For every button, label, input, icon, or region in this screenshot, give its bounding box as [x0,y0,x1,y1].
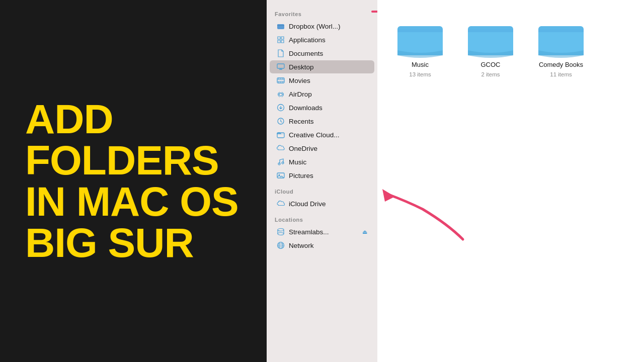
sidebar-item-dropbox[interactable]: Dropbox (Worl...) [270,20,374,33]
sidebar-item-onedrive[interactable]: OneDrive [270,142,374,155]
sidebar-item-airdrop[interactable]: AirDrop [270,87,374,101]
folder-svg-comedy-books [538,20,584,58]
favorites-label: Favorites [267,5,377,19]
folder-name-comedy-books: Comedy Books [539,61,583,68]
pictures-icon [277,171,285,179]
folder-count-gcoc: 2 items [481,71,500,77]
finder-sidebar: Favorites Dropbox (Worl...) Applications [267,0,377,362]
sidebar-item-movies[interactable]: Movies [270,74,374,87]
sidebar-item-label: Streamlabs... [289,228,329,236]
folder-item-music[interactable]: Music 13 items [397,20,443,77]
svg-rect-21 [468,29,513,32]
folder-name-gcoc: GCOC [481,61,501,68]
downloads-icon [277,104,285,112]
sidebar-item-label: Recents [289,118,314,125]
sidebar-item-applications[interactable]: Applications [270,33,374,46]
sidebar-item-network[interactable]: Network [270,239,374,252]
sidebar-item-label: Creative Cloud... [289,131,340,139]
sidebar-item-label: Music [289,158,306,166]
airdrop-icon [277,90,285,98]
locations-label: Locations [267,211,377,225]
movies-icon [277,76,285,84]
sidebar-item-label: iCloud Drive [289,200,326,208]
sidebar-item-label: Desktop [289,63,314,71]
svg-point-12 [278,229,284,231]
sidebar-item-label: Applications [289,36,326,44]
sidebar-item-creative-cloud[interactable]: Creative Cloud... [270,128,374,141]
finder-window: Favorites Dropbox (Worl...) Applications [267,0,644,362]
sidebar-item-downloads[interactable]: Downloads [270,101,374,114]
sidebar-item-recents[interactable]: Recents [270,115,374,128]
eject-icon: ⏏ [362,229,367,235]
left-panel: ADDFOLDERSIN MAC OSBIG SUR [0,0,267,362]
sidebar-item-label: Documents [289,50,323,57]
music-icon [277,158,285,166]
folder-count-music: 13 items [409,71,431,77]
sidebar-item-label: AirDrop [289,90,312,98]
sidebar-item-pictures[interactable]: Pictures [270,169,374,182]
svg-rect-18 [397,29,443,32]
desktop-icon [277,63,285,71]
creative-cloud-icon [277,131,285,139]
finder-main-content: Music 13 items GCOC 2 items [377,0,644,362]
onedrive-icon [277,144,285,152]
folder-grid: Music 13 items GCOC 2 items [397,20,624,77]
sidebar-item-label: Pictures [289,172,313,179]
icloud-label: iCloud [267,183,377,197]
svg-rect-24 [538,29,584,32]
sidebar-item-icloud-drive[interactable]: iCloud Drive [270,197,374,210]
sidebar-item-documents[interactable]: Documents [270,47,374,60]
sidebar-item-desktop[interactable]: Desktop [270,60,374,73]
svg-point-11 [278,233,284,235]
sidebar-item-label: Network [289,242,314,249]
sidebar-item-label: Downloads [289,104,323,112]
recents-icon [277,117,285,125]
apps-icon [277,36,285,44]
folder-icon [277,22,285,30]
sidebar-item-music[interactable]: Music [270,155,374,168]
sidebar-item-label: Movies [289,77,310,84]
folder-svg-gcoc [468,20,513,58]
sidebar-item-streamlabs[interactable]: Streamlabs... ⏏ [270,225,374,238]
svg-point-7 [278,163,280,165]
network-icon [277,241,285,249]
folder-svg-music [397,20,443,58]
folder-item-comedy-books[interactable]: Comedy Books 11 items [538,20,584,77]
sidebar-item-label: OneDrive [289,145,317,152]
svg-point-8 [282,162,284,164]
headline-text: ADDFOLDERSIN MAC OSBIG SUR [25,99,238,263]
folder-name-music: Music [412,61,429,68]
drive-icon [277,228,285,236]
folder-count-comedy-books: 11 items [550,71,572,77]
folder-item-gcoc[interactable]: GCOC 2 items [468,20,513,77]
doc-icon [277,49,285,57]
svg-point-3 [279,93,282,96]
sidebar-item-label: Dropbox (Worl...) [289,23,341,30]
icloud-icon [277,200,285,208]
svg-rect-1 [277,64,284,68]
